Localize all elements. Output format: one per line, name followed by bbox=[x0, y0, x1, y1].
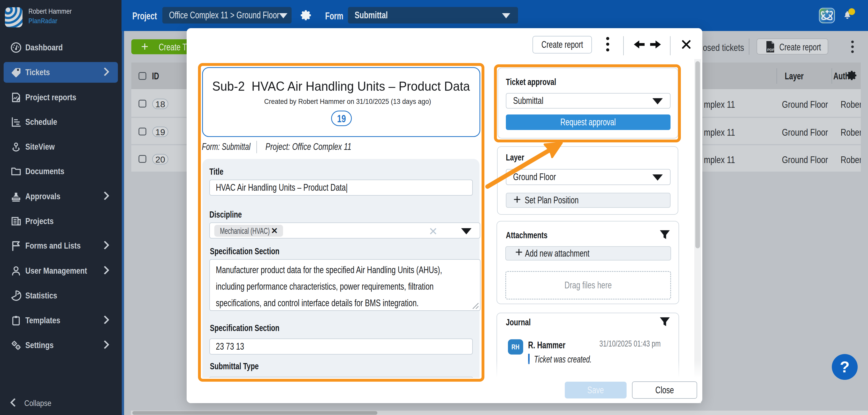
svg-text:PDF: PDF bbox=[767, 48, 774, 52]
